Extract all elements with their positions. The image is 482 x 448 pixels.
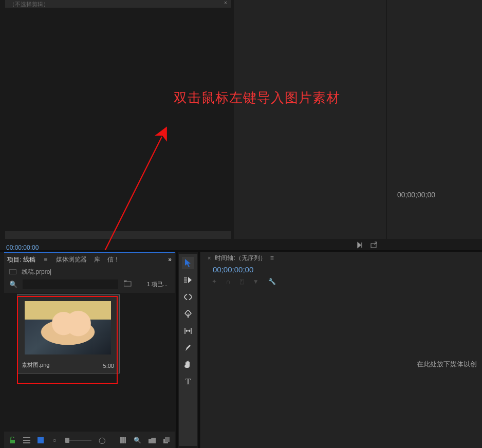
svg-rect-5 — [23, 440, 30, 441]
timeline-option-icons: ✦ ∩ ⍞ ▼ 🔧 — [200, 274, 482, 285]
clip-name: 素材图.png — [22, 361, 49, 369]
svg-rect-8 — [120, 437, 122, 443]
freeform-view-icon[interactable] — [120, 436, 126, 444]
timeline-title: 时间轴:（无序列） — [215, 254, 266, 263]
slip-tool-icon[interactable] — [182, 325, 194, 337]
tab-libraries[interactable]: 库 — [94, 255, 100, 264]
clip-thumbnail-image — [25, 301, 111, 354]
clip-duration: 5:00 — [103, 363, 114, 369]
settings-icon[interactable]: 🔧 — [268, 278, 276, 285]
list-view-icon[interactable] — [23, 436, 30, 444]
svg-rect-12 — [165, 437, 170, 442]
program-divider — [386, 0, 387, 239]
project-bin-row: 线稿.prproj — [4, 266, 175, 277]
timeline-menu-icon[interactable]: ≡ — [270, 254, 274, 262]
tools-panel: T — [179, 254, 197, 446]
project-file-name: 线稿.prproj — [22, 268, 51, 276]
new-item-icon[interactable] — [163, 436, 170, 444]
hand-tool-icon[interactable] — [182, 359, 194, 371]
zoom-slider-handle[interactable] — [65, 438, 69, 443]
svg-rect-9 — [122, 437, 124, 443]
tab-media-browser[interactable]: 媒体浏览器 — [56, 255, 87, 264]
svg-rect-4 — [23, 437, 30, 438]
find-icon[interactable]: 🔍 — [134, 436, 141, 444]
upper-panels: （不选择剪辑） × 00;00;00;00 00;00;00;00 双击鼠标左键… — [0, 0, 482, 252]
ripple-edit-tool-icon[interactable] — [182, 291, 194, 303]
zoom-max-icon[interactable]: ◯ — [99, 436, 105, 444]
svg-rect-6 — [23, 442, 30, 443]
item-count-label: 1 项已... — [147, 281, 168, 288]
timeline-close-icon[interactable]: × — [208, 255, 211, 261]
razor-tool-icon[interactable] — [182, 308, 194, 320]
clip-thumbnail-card[interactable]: 素材图.png 5:00 — [17, 295, 119, 373]
source-monitor-panel[interactable]: （不选择剪辑） × — [5, 0, 231, 239]
add-marker-icon[interactable]: ⍞ — [240, 278, 244, 285]
type-tool-icon[interactable]: T — [182, 376, 194, 388]
marker-icon[interactable]: ▼ — [253, 278, 259, 285]
vertical-splitter-a[interactable] — [176, 252, 178, 448]
svg-rect-7 — [38, 437, 44, 443]
tabs-overflow-icon[interactable]: » — [168, 256, 172, 263]
snap-icon[interactable]: ✦ — [212, 278, 217, 285]
svg-rect-2 — [124, 282, 131, 286]
search-icon: 🔍 — [9, 281, 17, 288]
project-search-row: 🔍 1 项已... — [4, 277, 175, 291]
thumbnail-zoom-slider[interactable] — [65, 440, 92, 441]
project-bottom-toolbar: ○ ◯ 🔍 — [4, 433, 175, 448]
play-icon[interactable] — [357, 241, 364, 249]
timeline-panel[interactable]: × 时间轴:（无序列） ≡ 00;00;00;00 ✦ ∩ ⍞ ▼ 🔧 在此处放… — [200, 252, 482, 448]
zoom-min-icon[interactable]: ○ — [51, 436, 58, 444]
tab-menu-icon[interactable]: ≡ — [43, 256, 49, 263]
linked-selection-icon[interactable]: ∩ — [226, 278, 231, 285]
source-monitor-canvas[interactable] — [5, 8, 231, 231]
svg-rect-3 — [10, 440, 15, 443]
svg-rect-0 — [371, 244, 376, 248]
close-icon[interactable]: × — [223, 1, 228, 6]
project-panel[interactable]: 项目: 线稿 ≡ 媒体浏览器 库 信！ » 线稿.prproj 🔍 1 项已..… — [4, 252, 175, 448]
source-title: （不选择剪辑） — [9, 1, 49, 8]
icon-view-icon[interactable] — [38, 436, 44, 444]
svg-rect-10 — [124, 437, 126, 443]
lock-icon[interactable] — [9, 436, 16, 444]
project-bin-content[interactable]: 素材图.png 5:00 — [4, 293, 175, 432]
program-timecode[interactable]: 00;00;00;00 — [397, 191, 435, 199]
project-file-icon — [9, 269, 16, 274]
export-frame-icon[interactable] — [370, 241, 378, 249]
timeline-timecode[interactable]: 00;00;00;00 — [200, 264, 482, 274]
anime-thumbnail-art — [25, 301, 111, 354]
track-select-tool-icon[interactable] — [182, 274, 194, 286]
vertical-splitter-b[interactable] — [198, 252, 200, 448]
project-tabs: 项目: 线稿 ≡ 媒体浏览器 库 信！ » — [4, 253, 175, 266]
tab-info[interactable]: 信！ — [107, 255, 120, 264]
timeline-header: × 时间轴:（无序列） ≡ — [200, 252, 482, 264]
annotation-text: 双击鼠标左键导入图片素材 — [174, 89, 340, 107]
search-input[interactable] — [23, 279, 118, 289]
program-monitor-panel[interactable] — [234, 0, 482, 239]
find-in-bin-icon[interactable] — [123, 281, 133, 288]
lower-panels: 项目: 线稿 ≡ 媒体浏览器 库 信！ » 线稿.prproj 🔍 1 项已..… — [0, 252, 482, 448]
timeline-drop-hint: 在此处放下媒体以创 — [417, 360, 477, 369]
new-bin-icon[interactable] — [149, 436, 156, 444]
pen-tool-icon[interactable] — [182, 342, 194, 354]
tab-project[interactable]: 项目: 线稿 — [7, 255, 35, 264]
selection-tool-icon[interactable] — [182, 257, 194, 269]
